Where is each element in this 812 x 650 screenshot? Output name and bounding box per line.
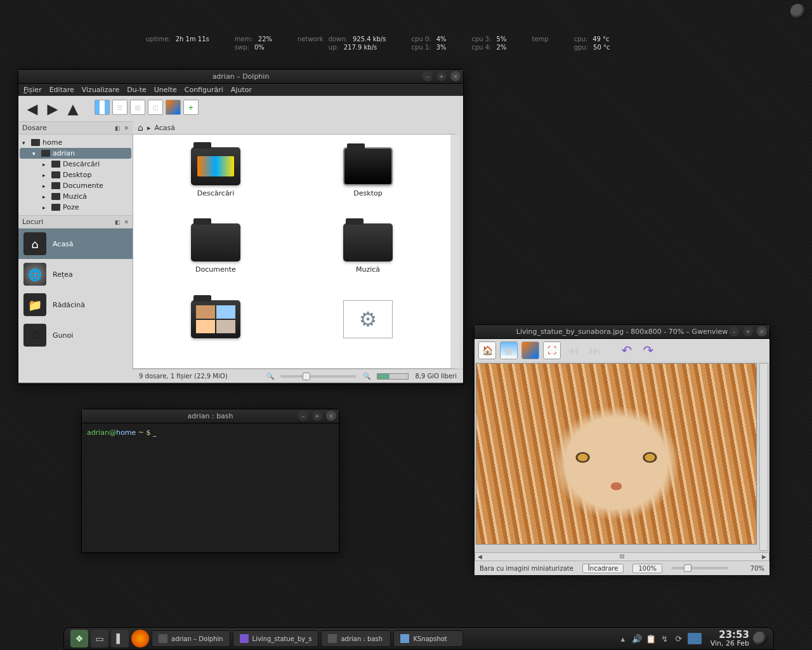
folder-desktop[interactable]: Desktop	[311, 147, 425, 211]
clipboard-icon[interactable]: 📋	[646, 633, 656, 644]
tree-downloads[interactable]: ▸Descărcări	[20, 159, 131, 169]
maximize-button[interactable]: +	[743, 326, 753, 336]
firefox-launcher[interactable]	[131, 630, 149, 647]
thumbnails-button[interactable]: ▦	[500, 342, 518, 359]
tray-expand-icon[interactable]: ▴	[618, 633, 628, 644]
terminal-launcher[interactable]: ▌	[111, 630, 129, 647]
menu-view[interactable]: Vizualizare	[82, 86, 120, 94]
volume-icon[interactable]: 🔊	[632, 633, 642, 644]
tree-adrian[interactable]: ▾adrian	[20, 148, 131, 159]
cpu3-value: 5%	[497, 36, 507, 43]
view-preview-button[interactable]	[166, 100, 181, 115]
close-button[interactable]: ×	[450, 71, 461, 81]
updates-icon[interactable]: ⟳	[674, 633, 684, 644]
tree-home[interactable]: ▾home	[20, 137, 131, 148]
rotate-left-button[interactable]: ↶	[618, 342, 636, 359]
pane-undock-icon[interactable]: ◧	[115, 219, 121, 225]
view-new-button[interactable]: +	[183, 100, 199, 115]
tree-music[interactable]: ▸Muzică	[20, 191, 131, 202]
gwenview-title: Living_statue_by_sunabora.jpg - 800x800 …	[516, 328, 728, 336]
horizontal-scrollbar[interactable]: ◀III▶	[475, 552, 769, 561]
place-network-label: Rețea	[53, 270, 73, 279]
fullscreen-button[interactable]: ⛶	[543, 342, 561, 359]
rotate-right-button[interactable]: ↷	[639, 342, 657, 359]
folder-settings[interactable]: ⚙	[311, 300, 425, 355]
image-viewport[interactable]	[475, 362, 769, 552]
view-split-button[interactable]: ◫	[148, 100, 163, 115]
dolphin-window: adrian – Dolphin – + × FFișierișier Edit…	[18, 69, 464, 385]
display-icon[interactable]	[688, 633, 702, 644]
maximize-button[interactable]: +	[436, 71, 447, 81]
next-image-button[interactable]: ⏭	[586, 342, 604, 359]
tree-pictures[interactable]: ▸Poze	[20, 202, 131, 213]
task-ksnapshot[interactable]: KSnapshot	[393, 630, 463, 647]
pane-undock-icon[interactable]: ◧	[115, 125, 121, 131]
nav-forward-button[interactable]: ▶	[44, 100, 62, 117]
minimize-button[interactable]: –	[422, 71, 433, 81]
scroll-thumb[interactable]: III	[620, 554, 625, 560]
network-tray-icon[interactable]: ↯	[660, 633, 670, 644]
zoom-slider[interactable]	[671, 567, 728, 569]
prev-image-button[interactable]: ⏮	[565, 342, 582, 359]
folder-downloads[interactable]: Descărcări	[159, 147, 273, 211]
place-trash[interactable]: ♻Gunoi	[18, 320, 133, 350]
tree-documents[interactable]: ▸Documente	[20, 180, 131, 191]
breadcrumb-home[interactable]: Acasă	[154, 124, 175, 132]
temp-cpu-value: 49 °c	[593, 36, 609, 43]
minimize-button[interactable]: –	[729, 326, 739, 336]
place-network[interactable]: 🌐Rețea	[18, 259, 133, 289]
system-tray: ▴ 🔊 📋 ↯ ⟳ 23:53 Vin, 26 Feb	[618, 630, 767, 648]
terminal-titlebar[interactable]: adrian : bash – + ×	[82, 409, 339, 423]
view-button[interactable]	[521, 342, 539, 359]
breadcrumb[interactable]: ⌂ ▸ Acasă	[133, 121, 463, 134]
nav-back-button[interactable]: ◀	[23, 100, 41, 117]
nav-up-button[interactable]: ▲	[64, 100, 82, 117]
task-dolphin[interactable]: adrian – Dolphin	[152, 630, 230, 647]
start-menu-button[interactable]: ❖	[70, 630, 88, 647]
place-root[interactable]: 📁Rădăcină	[18, 289, 133, 320]
view-columns-button[interactable]: ▥	[130, 100, 145, 115]
zoom-out-icon[interactable]: 🔍	[266, 373, 274, 380]
menu-help[interactable]: Ajutor	[231, 86, 252, 94]
menu-tools[interactable]: Unelte	[154, 86, 177, 94]
folder-music[interactable]: Muzică	[311, 223, 425, 287]
place-home[interactable]: ⌂Acasă	[18, 229, 133, 259]
task-terminal-label: adrian : bash	[341, 635, 383, 642]
browse-button[interactable]: 🏠	[478, 342, 496, 359]
menu-go[interactable]: Du-te	[127, 86, 147, 94]
terminal-body[interactable]: adrian@home ~ $ _	[82, 423, 339, 442]
task-gwenview[interactable]: Living_statue_by_s	[233, 630, 319, 647]
tree-desktop[interactable]: ▸Desktop	[20, 169, 131, 180]
view-details-button[interactable]: ☰	[112, 100, 128, 115]
taskbar-clock[interactable]: 23:53 Vin, 26 Feb	[710, 630, 749, 648]
close-button[interactable]: ×	[757, 326, 767, 336]
folder-pictures[interactable]	[159, 300, 273, 355]
minimize-button[interactable]: –	[298, 411, 308, 421]
thumbnail-bar-toggle[interactable]: Bara cu imagini miniaturizate	[480, 565, 573, 572]
zoom-in-icon[interactable]: 🔍	[363, 373, 370, 380]
menu-settings[interactable]: Configurări	[185, 86, 223, 94]
gwenview-icon	[240, 634, 249, 643]
cashew-icon[interactable]	[753, 632, 767, 646]
gwenview-titlebar[interactable]: Living_statue_by_sunabora.jpg - 800x800 …	[475, 325, 769, 339]
folder-icon	[191, 147, 240, 185]
settings-icon: ⚙	[343, 300, 393, 338]
desktop-widget-moon[interactable]	[790, 4, 806, 19]
pane-close-icon[interactable]: ✕	[124, 125, 129, 131]
zoom-slider[interactable]	[280, 375, 357, 378]
task-terminal[interactable]: adrian : bash	[321, 630, 391, 647]
pane-close-icon[interactable]: ✕	[124, 219, 129, 225]
zoom-100-button[interactable]: 100%	[632, 564, 662, 573]
folder-icon	[343, 223, 393, 262]
show-desktop-button[interactable]: ▭	[91, 630, 108, 647]
close-button[interactable]: ×	[326, 411, 336, 421]
vertical-scrollbar[interactable]	[759, 363, 768, 551]
folder-downloads-label: Descărcări	[197, 189, 234, 197]
menu-edit[interactable]: Editare	[49, 86, 74, 94]
folder-documents[interactable]: Documente	[159, 223, 273, 287]
maximize-button[interactable]: +	[312, 411, 322, 421]
menu-file[interactable]: FFișierișier	[23, 86, 42, 94]
view-icons-button[interactable]	[95, 100, 110, 115]
dolphin-titlebar[interactable]: adrian – Dolphin – + ×	[18, 70, 463, 84]
fit-button[interactable]: Încadrare	[582, 564, 624, 573]
